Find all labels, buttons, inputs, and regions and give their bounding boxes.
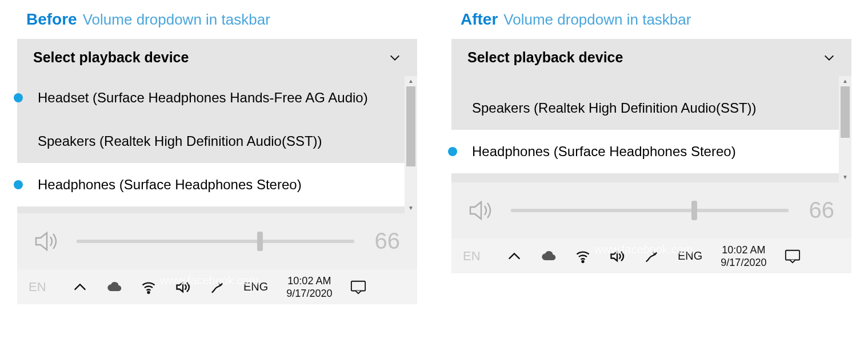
device-item[interactable]: Headset (Surface Headphones Hands-Free A…: [17, 76, 417, 120]
clock-time: 10:02 AM: [286, 275, 332, 287]
device-item-selected[interactable]: Headphones (Surface Headphones Stereo): [17, 163, 417, 206]
volume-value: 66: [368, 228, 400, 254]
after-panel: After Volume dropdown in taskbar Select …: [451, 10, 863, 273]
scroll-thumb[interactable]: [406, 86, 415, 166]
before-title-row: Before Volume dropdown in taskbar: [26, 10, 429, 29]
language-indicator[interactable]: ENG: [678, 249, 702, 263]
show-hidden-icons-icon[interactable]: [506, 248, 522, 264]
device-item[interactable]: Speakers (Realtek High Definition Audio(…: [17, 120, 417, 163]
before-subtitle: Volume dropdown in taskbar: [83, 11, 270, 29]
bluetooth-dot-icon: [14, 180, 23, 189]
cloud-icon[interactable]: [541, 248, 557, 264]
chevron-down-icon: [823, 51, 835, 64]
volume-flyout-after: Select playback device Speakers (Realtek…: [451, 39, 851, 273]
device-item-selected[interactable]: Headphones (Surface Headphones Stereo): [451, 130, 851, 173]
clock[interactable]: 10:02 AM 9/17/2020: [721, 244, 766, 269]
bluetooth-dot-icon: [14, 93, 23, 102]
select-playback-header[interactable]: Select playback device: [451, 39, 851, 76]
tray-icons: ENG 10:02 AM 9/17/2020: [72, 275, 406, 300]
device-name: Headphones (Surface Headphones Stereo): [472, 144, 837, 160]
device-name: Headset (Surface Headphones Hands-Free A…: [38, 90, 402, 106]
taskbar-after: EN www.facebook.com: [451, 238, 851, 273]
after-title: After: [461, 10, 498, 29]
svg-rect-1: [351, 281, 365, 291]
device-list-after: Speakers (Realtek High Definition Audio(…: [451, 76, 851, 182]
scrollbar[interactable]: ▲ ▼: [405, 76, 417, 213]
clock-date: 9/17/2020: [721, 256, 766, 269]
clock-time: 10:02 AM: [721, 244, 766, 256]
scroll-up-icon[interactable]: ▲: [842, 77, 848, 85]
notifications-icon[interactable]: [785, 248, 801, 264]
scroll-up-icon[interactable]: ▲: [408, 77, 414, 85]
pen-icon[interactable]: [643, 248, 659, 264]
taskbar-before: EN www.facebook.com: [17, 269, 417, 304]
notifications-icon[interactable]: [350, 279, 366, 295]
volume-tray-icon[interactable]: [609, 248, 625, 264]
scroll-thumb[interactable]: [841, 86, 850, 138]
device-name: Speakers (Realtek High Definition Audio(…: [38, 133, 402, 149]
volume-thumb[interactable]: [691, 201, 697, 220]
before-panel: Before Volume dropdown in taskbar Select…: [17, 10, 429, 304]
bluetooth-dot-icon: [448, 147, 457, 156]
chevron-down-icon: [389, 51, 401, 64]
speaker-icon: [469, 199, 497, 222]
volume-tray-icon[interactable]: [175, 279, 191, 295]
tray-icons: ENG 10:02 AM 9/17/2020: [506, 244, 840, 269]
language-indicator-secondary[interactable]: EN: [29, 280, 55, 295]
after-subtitle: Volume dropdown in taskbar: [503, 11, 691, 29]
volume-slider[interactable]: [511, 209, 789, 212]
volume-slider[interactable]: [77, 240, 354, 243]
pen-icon[interactable]: [209, 279, 225, 295]
volume-row: 66: [17, 213, 417, 269]
scrollbar[interactable]: ▲ ▼: [839, 76, 851, 182]
svg-point-2: [582, 260, 583, 262]
select-playback-header[interactable]: Select playback device: [17, 39, 417, 76]
clock[interactable]: 10:02 AM 9/17/2020: [286, 275, 332, 300]
speaker-icon: [34, 230, 63, 253]
volume-thumb[interactable]: [257, 232, 263, 251]
device-item[interactable]: Speakers (Realtek High Definition Audio(…: [451, 76, 851, 130]
svg-point-0: [147, 291, 149, 293]
select-playback-label: Select playback device: [33, 49, 189, 66]
scroll-down-icon[interactable]: ▼: [842, 173, 848, 181]
device-name: Speakers (Realtek High Definition Audio(…: [472, 100, 837, 116]
device-list-before: Headset (Surface Headphones Hands-Free A…: [17, 76, 417, 213]
wifi-icon[interactable]: [575, 248, 591, 264]
volume-row: 66: [451, 182, 851, 238]
show-hidden-icons-icon[interactable]: [72, 279, 88, 295]
select-playback-label: Select playback device: [467, 49, 623, 66]
volume-value: 66: [802, 197, 834, 223]
clock-date: 9/17/2020: [286, 287, 332, 300]
svg-rect-3: [786, 250, 799, 260]
volume-flyout-before: Select playback device Headset (Surface …: [17, 39, 417, 304]
device-name: Headphones (Surface Headphones Stereo): [38, 177, 402, 193]
language-indicator[interactable]: ENG: [243, 280, 268, 293]
cloud-icon[interactable]: [106, 279, 122, 295]
after-title-row: After Volume dropdown in taskbar: [461, 10, 863, 29]
language-indicator-secondary[interactable]: EN: [463, 249, 489, 264]
scroll-down-icon[interactable]: ▼: [408, 204, 414, 212]
before-title: Before: [26, 10, 77, 29]
wifi-icon[interactable]: [141, 279, 157, 295]
